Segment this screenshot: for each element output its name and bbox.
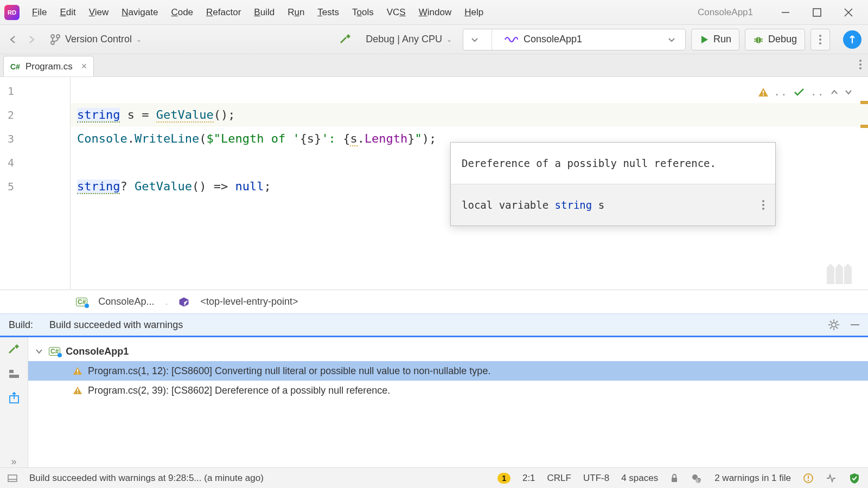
svg-rect-26 [9,375,19,378]
config-dropdown[interactable]: Debug | Any CPU ⌄ [360,31,457,47]
tooltip-type: string [555,199,592,211]
csharp-icon: C# [10,62,20,71]
hammer-icon[interactable] [7,343,21,357]
check-icon [793,87,805,97]
build-button[interactable] [339,33,353,47]
minimize-panel-icon[interactable] [850,319,860,330]
gear-icon[interactable] [828,319,840,331]
menu-view[interactable]: View [83,5,115,20]
wave-icon [504,34,518,45]
menu-window[interactable]: Window [413,5,457,20]
build-project-row[interactable]: C# ConsoleApp1 [28,342,868,361]
line-number: 1 [0,79,70,103]
close-tab-icon[interactable]: × [81,61,87,72]
build-message-row[interactable]: Program.cs(1, 12): [CS8600] Converting n… [28,361,868,381]
debug-button[interactable]: Debug [745,29,805,50]
warning-icon [73,367,82,375]
error-stripe[interactable] [855,77,868,290]
chevron-down-icon[interactable] [660,29,683,50]
menu-edit[interactable]: Edit [54,5,81,20]
run-config-chevron[interactable] [463,29,486,50]
build-panel-header: Build: Build succeeded with warnings [0,313,868,337]
app-logo-icon [4,5,20,20]
svg-line-20 [830,321,832,323]
menu-build[interactable]: Build [248,5,280,20]
export-icon[interactable] [8,391,21,404]
inspection-widget[interactable]: .. .. [758,80,853,104]
menu-refactor[interactable]: Refactor [200,5,247,20]
svg-point-31 [77,393,78,394]
run-target-dropdown[interactable]: ConsoleApp1 [463,29,686,50]
close-button[interactable] [833,0,864,25]
vcs-label: Version Control [65,34,132,45]
menu-tools[interactable]: Tools [346,5,380,20]
version-control-button[interactable]: Version Control ⌄ [43,31,148,48]
panel-icon[interactable] [8,473,17,483]
sync-button[interactable] [843,30,861,49]
tooltip-kind: local variable [462,199,555,211]
title-bar: File Edit View Navigate Code Refactor Bu… [0,0,868,25]
menu-navigate[interactable]: Navigate [116,5,164,20]
line-number: 2 [0,103,70,127]
build-tree: C# ConsoleApp1 Program.cs(1, 12): [CS860… [28,337,868,467]
tooltip-var: s [592,199,604,211]
svg-text:?: ? [698,478,701,484]
chevron-down-icon: ⌄ [136,36,142,43]
editor-tabs: C# Program.cs × [0,54,868,77]
shield-icon[interactable] [848,472,860,484]
config-label: Debug | Any CPU [366,34,442,45]
chevron-down-icon [35,347,43,356]
pencils-icon[interactable] [827,264,852,284]
svg-point-29 [77,373,78,374]
more-actions-button[interactable] [810,29,830,50]
chevron-up-icon[interactable] [830,88,839,97]
nav-forward-button[interactable] [25,33,38,46]
build-label: Build: [9,319,33,331]
code-area[interactable]: string s = GetValue(); Console.WriteLine… [71,77,868,290]
minimize-button[interactable] [770,0,801,25]
nav-back-button[interactable] [7,33,20,46]
menu-tests[interactable]: Tests [311,5,345,20]
main-toolbar: Version Control ⌄ Debug | Any CPU ⌄ Cons… [0,25,868,54]
build-message: Program.cs(1, 12): [CS8600] Converting n… [88,365,490,377]
file-encoding[interactable]: UTF-8 [583,473,609,484]
tab-program-cs[interactable]: C# Program.cs × [3,56,94,76]
run-label: Run [713,34,731,45]
indent-setting[interactable]: 4 spaces [621,473,658,484]
branch-icon [50,34,61,46]
warning-circle-icon[interactable] [803,473,814,484]
crumb-entry[interactable]: <top-level-entry-point> [200,296,298,307]
inspection-summary[interactable]: 2 warnings in 1 file [714,473,791,484]
svg-line-21 [836,327,838,329]
crumb-project[interactable]: ConsoleAp... [98,296,154,307]
chevron-down-icon[interactable] [844,88,853,97]
status-bar: Build succeeded with warnings at 9:28:5.… [0,467,868,488]
menu-file[interactable]: File [26,5,53,20]
csharp-file-icon: C# [76,298,87,306]
tab-label: Program.cs [25,61,73,72]
tabs-more-button[interactable] [859,60,861,69]
menu-vcs[interactable]: VCS [381,5,412,20]
line-ending[interactable]: CRLF [547,473,571,484]
svg-rect-25 [9,370,14,373]
window-title: ConsoleApp1 [698,7,753,18]
notification-badge[interactable]: 1 [497,473,510,484]
inspect-icon[interactable]: ? [691,473,703,484]
line-number: 4 [0,151,70,175]
pulse-icon[interactable] [826,473,837,484]
maximize-button[interactable] [802,0,832,25]
build-message-row[interactable]: Program.cs(2, 39): [CS8602] Dereference … [28,381,868,400]
debug-label: Debug [768,34,797,45]
line-number: 5 [0,175,70,198]
run-button[interactable]: Run [691,29,739,50]
menu-code[interactable]: Code [165,5,199,20]
status-message: Build succeeded with warnings at 9:28:5.… [29,473,264,484]
menu-run[interactable]: Run [282,5,310,20]
expand-icon[interactable]: » [11,456,16,467]
lock-icon[interactable] [670,473,679,483]
menu-help[interactable]: Help [458,5,489,20]
svg-point-40 [808,479,809,480]
layout-icon[interactable] [8,368,21,381]
cursor-position[interactable]: 2:1 [522,473,535,484]
tooltip-more-button[interactable] [762,200,764,210]
